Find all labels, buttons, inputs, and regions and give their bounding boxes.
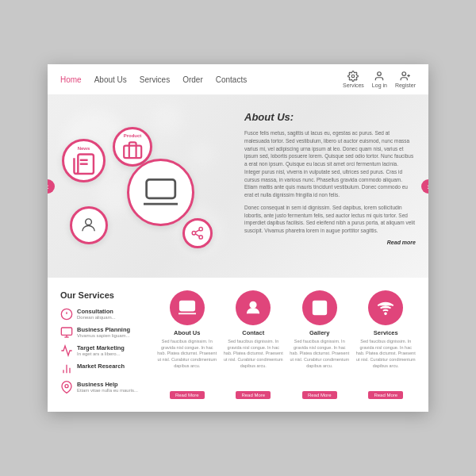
- card-services-title: Services: [374, 329, 398, 336]
- nav-services-icon[interactable]: Services: [343, 71, 364, 88]
- card-about-text: Sed faucibus dignissim. In gravida nisl …: [157, 339, 217, 369]
- hero-about-title: About Us:: [244, 111, 416, 123]
- nav-login-icon[interactable]: Log in: [372, 71, 387, 88]
- nav-order[interactable]: Order: [182, 75, 203, 84]
- card-about: About Us Sed faucibus dignissim. In grav…: [157, 290, 217, 399]
- svg-rect-25: [180, 301, 194, 311]
- nav-services[interactable]: Services: [140, 75, 170, 84]
- bubble-product[interactable]: Product: [113, 127, 152, 167]
- read-more-link[interactable]: Read more: [244, 240, 416, 245]
- nav-home[interactable]: Home: [60, 75, 82, 84]
- card-gallery: Gallery Sed faucibus dignissim. In gravi…: [290, 290, 350, 399]
- nav-icons: Services Log in Register: [343, 71, 416, 88]
- svg-point-26: [251, 302, 256, 308]
- card-contact-title: Contact: [242, 329, 264, 336]
- nav-services-label: Services: [343, 83, 364, 88]
- svg-point-0: [352, 75, 355, 78]
- hero-about-text: About Us: Fusce felis metus, sagittis ut…: [238, 95, 428, 278]
- bubble-person[interactable]: [70, 206, 108, 244]
- card-gallery-icon: [302, 290, 337, 325]
- svg-line-13: [196, 234, 200, 236]
- svg-rect-8: [146, 179, 175, 198]
- svg-point-24: [65, 385, 68, 388]
- service-consultation: Consultation Donean aliquam...: [60, 308, 148, 321]
- nav-login-label: Log in: [372, 83, 387, 88]
- svg-rect-18: [61, 328, 71, 335]
- bubble-share[interactable]: [182, 218, 213, 248]
- card-services-icon: [368, 290, 403, 325]
- card-gallery-btn[interactable]: Read More: [302, 391, 337, 399]
- svg-point-2: [402, 72, 406, 76]
- card-services: Services Sed faucibus dignissim. In grav…: [356, 290, 416, 399]
- service-planning: Business Planning Vivamus sapien liguam.…: [60, 326, 148, 339]
- services-title: Our Services: [60, 290, 148, 300]
- hero-para1: Fusce felis metus, sagittis ut lacus eu,…: [244, 129, 416, 199]
- card-gallery-text: Sed faucibus dignissim. In gravida nisl …: [290, 339, 350, 369]
- website-mockup: Home About Us Services Order Contacts Se…: [48, 64, 428, 412]
- card-services-btn[interactable]: Read More: [368, 391, 403, 399]
- card-services-text: Sed faucibus dignissim. In gravida nisl …: [356, 339, 416, 369]
- svg-rect-7: [124, 145, 141, 157]
- svg-point-29: [385, 313, 386, 314]
- services-list: Our Services Consultation Donean aliquam…: [60, 290, 148, 399]
- card-about-icon: [170, 290, 205, 325]
- card-contact-text: Sed faucibus dignissim. In gravida nisl …: [224, 339, 284, 369]
- card-about-title: About Us: [174, 329, 200, 336]
- card-contact-icon: [236, 290, 271, 325]
- nav-register-icon[interactable]: Register: [395, 71, 416, 88]
- nav-register-label: Register: [395, 83, 416, 88]
- service-marketing: Target Marketing In eget ars a libero...: [60, 344, 148, 357]
- hero-section: News Product: [48, 95, 428, 278]
- card-gallery-title: Gallery: [309, 329, 329, 336]
- cards-area: About Us Sed faucibus dignissim. In grav…: [157, 290, 416, 399]
- svg-point-28: [316, 304, 318, 306]
- svg-point-12: [199, 236, 202, 239]
- nav-contacts[interactable]: Contacts: [216, 75, 247, 84]
- navbar: Home About Us Services Order Contacts Se…: [48, 64, 428, 95]
- services-section: Our Services Consultation Donean aliquam…: [48, 278, 428, 412]
- bubble-laptop[interactable]: [127, 159, 194, 226]
- svg-point-1: [378, 72, 382, 76]
- nav-links: Home About Us Services Order Contacts: [60, 75, 343, 84]
- hero-para2: Donec consequat in sem id dignissim. Sed…: [244, 204, 416, 235]
- card-about-btn[interactable]: Read More: [170, 391, 205, 399]
- svg-point-10: [199, 228, 202, 231]
- nav-about[interactable]: About Us: [94, 75, 127, 84]
- hero-bubbles: News Product: [48, 95, 238, 278]
- svg-point-11: [192, 232, 195, 235]
- svg-point-9: [86, 219, 92, 225]
- card-contact: Contact Sed faucibus dignissim. In gravi…: [224, 290, 284, 399]
- card-contact-btn[interactable]: Read More: [236, 391, 271, 399]
- bubble-news[interactable]: News: [62, 139, 106, 182]
- svg-line-14: [196, 230, 200, 232]
- service-research: Market Research: [60, 363, 148, 375]
- service-help: Business Help Etiam vitae nulla eu mauri…: [60, 381, 148, 393]
